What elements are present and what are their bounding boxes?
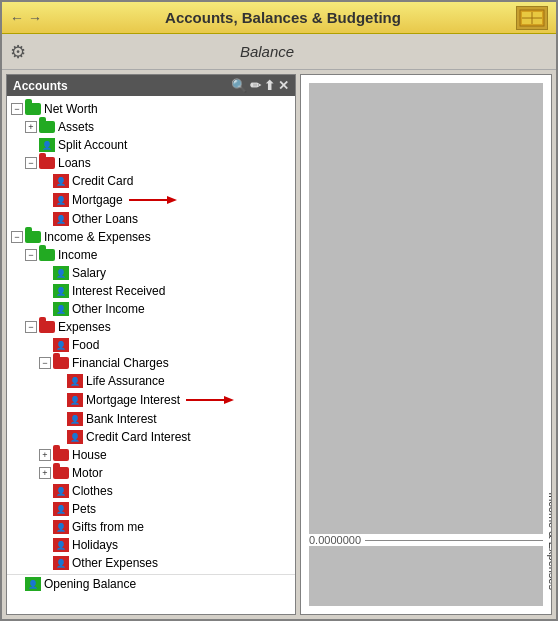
expand-assets[interactable]: + <box>25 121 37 133</box>
tree-item-mortgage[interactable]: Mortgage <box>7 190 295 210</box>
folder-icon-green <box>39 249 55 261</box>
gifts-from-me-label: Gifts from me <box>72 520 144 534</box>
tree-item-pets[interactable]: Pets <box>7 500 295 518</box>
tree-item-interest-received[interactable]: Interest Received <box>7 282 295 300</box>
tree-item-other-expenses[interactable]: Other Expenses <box>7 554 295 572</box>
tree-item-salary[interactable]: Salary <box>7 264 295 282</box>
other-loans-label: Other Loans <box>72 212 138 226</box>
tree-item-motor[interactable]: + Motor <box>7 464 295 482</box>
gifts-from-me-icon <box>53 520 69 534</box>
interest-received-label: Interest Received <box>72 284 165 298</box>
bank-interest-icon <box>67 412 83 426</box>
tree-item-holidays[interactable]: Holidays <box>7 536 295 554</box>
credit-card-interest-icon <box>67 430 83 444</box>
motor-label: Motor <box>72 466 103 480</box>
other-expenses-icon <box>53 556 69 570</box>
tree-item-gifts-from-me[interactable]: Gifts from me <box>7 518 295 536</box>
folder-icon-red <box>53 357 69 369</box>
chart-value-line: 0.0000000 <box>301 534 551 546</box>
loans-label: Loans <box>58 156 91 170</box>
interest-received-icon <box>53 284 69 298</box>
tree-item-food[interactable]: Food <box>7 336 295 354</box>
tree-item-other-income[interactable]: Other Income <box>7 300 295 318</box>
sort-icon[interactable]: ⬆ <box>264 78 275 93</box>
chart-bottom-bar: Income & Expenses <box>309 546 543 606</box>
other-loans-icon <box>53 212 69 226</box>
life-assurance-label: Life Assurance <box>86 374 165 388</box>
expand-income[interactable]: − <box>25 249 37 261</box>
tree-item-bank-interest[interactable]: Bank Interest <box>7 410 295 428</box>
tree-item-clothes[interactable]: Clothes <box>7 482 295 500</box>
house-label: House <box>72 448 107 462</box>
back-button[interactable]: ← <box>10 10 24 26</box>
accounts-tree: − Net Worth + Assets Split Account <box>7 96 295 614</box>
expand-net-worth[interactable]: − <box>11 103 23 115</box>
tree-item-income[interactable]: − Income <box>7 246 295 264</box>
balance-panel: 0.0000000 Income & Expenses <box>300 74 552 615</box>
pets-label: Pets <box>72 502 96 516</box>
tree-item-house[interactable]: + House <box>7 446 295 464</box>
tree-item-net-worth[interactable]: − Net Worth <box>7 100 295 118</box>
tree-item-loans[interactable]: − Loans <box>7 154 295 172</box>
income-label: Income <box>58 248 97 262</box>
nav-buttons: ← → <box>10 10 42 26</box>
search-icon[interactable]: 🔍 <box>231 78 247 93</box>
tree-item-credit-card[interactable]: Credit Card <box>7 172 295 190</box>
expand-motor[interactable]: + <box>39 467 51 479</box>
other-income-icon <box>53 302 69 316</box>
settings-button[interactable]: ⚙ <box>10 41 26 63</box>
folder-icon-red <box>53 467 69 479</box>
clothes-icon <box>53 484 69 498</box>
tree-item-opening-balance[interactable]: Opening Balance <box>7 574 295 595</box>
window-icon <box>516 6 548 30</box>
tree-item-life-assurance[interactable]: Life Assurance <box>7 372 295 390</box>
balance-label: Balance <box>26 43 508 60</box>
life-assurance-icon <box>67 374 83 388</box>
chart-value: 0.0000000 <box>309 534 361 546</box>
main-content: Accounts 🔍 ✏ ⬆ ✕ − Net Worth + <box>2 70 556 619</box>
edit-icon[interactable]: ✏ <box>250 78 261 93</box>
other-expenses-label: Other Expenses <box>72 556 158 570</box>
expand-expenses[interactable]: − <box>25 321 37 333</box>
accounts-header: Accounts 🔍 ✏ ⬆ ✕ <box>7 75 295 96</box>
expand-financial-charges[interactable]: − <box>39 357 51 369</box>
tree-item-assets[interactable]: + Assets <box>7 118 295 136</box>
chart-bottom-label: Income & Expenses <box>547 492 552 590</box>
tree-item-split-account[interactable]: Split Account <box>7 136 295 154</box>
accounts-header-label: Accounts <box>13 79 227 93</box>
forward-button[interactable]: → <box>28 10 42 26</box>
chart-top-bar <box>309 83 543 534</box>
mortgage-icon <box>53 193 69 207</box>
expand-house[interactable]: + <box>39 449 51 461</box>
financial-charges-label: Financial Charges <box>72 356 169 370</box>
chart-area: 0.0000000 Income & Expenses <box>301 75 551 614</box>
split-account-icon <box>39 138 55 152</box>
bank-interest-label: Bank Interest <box>86 412 157 426</box>
accounts-panel: Accounts 🔍 ✏ ⬆ ✕ − Net Worth + <box>6 74 296 615</box>
window-title: Accounts, Balances & Budgeting <box>50 9 516 26</box>
tree-item-financial-charges[interactable]: − Financial Charges <box>7 354 295 372</box>
title-bar: ← → Accounts, Balances & Budgeting <box>2 2 556 34</box>
mortgage-arrow <box>127 191 177 209</box>
opening-balance-label: Opening Balance <box>44 577 136 591</box>
folder-icon-green <box>25 231 41 243</box>
expand-loans[interactable]: − <box>25 157 37 169</box>
split-account-label: Split Account <box>58 138 127 152</box>
tree-item-other-loans[interactable]: Other Loans <box>7 210 295 228</box>
mortgage-label: Mortgage <box>72 193 123 207</box>
holidays-icon <box>53 538 69 552</box>
other-income-label: Other Income <box>72 302 145 316</box>
assets-label: Assets <box>58 120 94 134</box>
credit-card-icon <box>53 174 69 188</box>
mortgage-interest-label: Mortgage Interest <box>86 393 180 407</box>
close-icon[interactable]: ✕ <box>278 78 289 93</box>
tree-item-credit-card-interest[interactable]: Credit Card Interest <box>7 428 295 446</box>
credit-card-interest-label: Credit Card Interest <box>86 430 191 444</box>
tree-item-expenses[interactable]: − Expenses <box>7 318 295 336</box>
salary-icon <box>53 266 69 280</box>
tree-item-income-expenses[interactable]: − Income & Expenses <box>7 228 295 246</box>
tree-item-mortgage-interest[interactable]: Mortgage Interest <box>7 390 295 410</box>
svg-marker-5 <box>167 196 177 204</box>
expand-income-expenses[interactable]: − <box>11 231 23 243</box>
net-worth-label: Net Worth <box>44 102 98 116</box>
